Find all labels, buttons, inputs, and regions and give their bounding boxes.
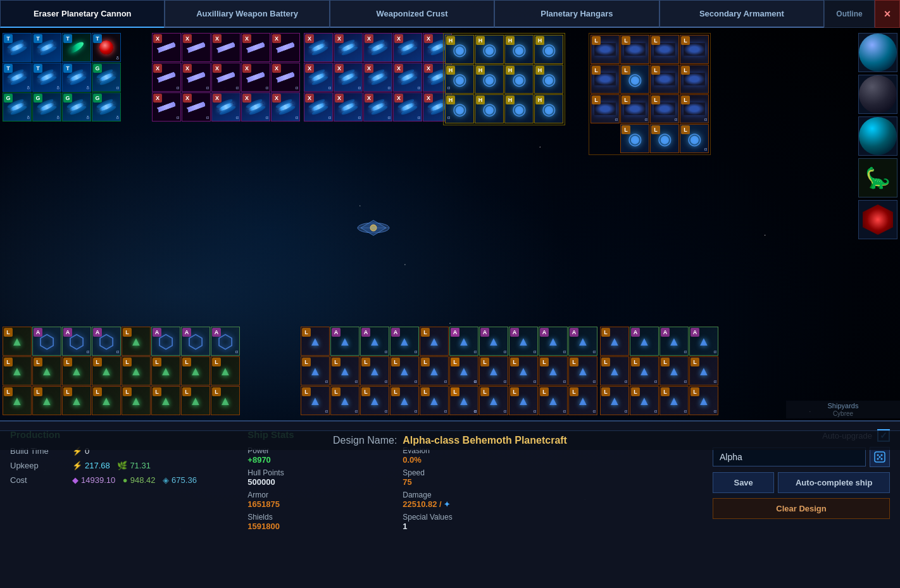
autocomplete-button[interactable]: Auto-complete ship	[778, 472, 890, 493]
slot-b2-l6[interactable]: L	[151, 356, 180, 385]
slot-b3-l6[interactable]: L	[151, 386, 180, 415]
slot-x16[interactable]: X	[304, 33, 333, 62]
slot-h12[interactable]: H	[534, 94, 563, 123]
slot-x10[interactable]: Xα	[271, 63, 300, 92]
close-button[interactable]: ×	[875, 0, 900, 28]
slot-x26[interactable]: Xα	[304, 92, 333, 122]
slot-x18[interactable]: X	[363, 33, 392, 62]
sidebar-icon-red-hex[interactable]	[858, 200, 897, 239]
slot-b3-l5[interactable]: L	[122, 386, 151, 415]
slot-l13[interactable]: L	[620, 124, 649, 153]
slot-b2-l7[interactable]: L	[181, 356, 210, 385]
slot-rb13[interactable]: Lα	[509, 386, 538, 415]
slot-rb14[interactable]: Lα	[539, 386, 568, 415]
slot-t1[interactable]: T	[3, 33, 32, 62]
slot-b3-l7[interactable]: L	[181, 386, 210, 415]
slot-x29[interactable]: Xα	[393, 92, 422, 122]
slot-x24[interactable]: Xα	[393, 63, 422, 92]
slot-h6[interactable]: H	[475, 65, 504, 94]
slot-h7[interactable]: H	[504, 65, 534, 94]
slot-rb8[interactable]: Lα	[509, 356, 538, 385]
slot-frb5[interactable]: Lα	[600, 356, 629, 385]
tab-hangars[interactable]: Planetary Hangars	[494, 0, 659, 28]
slot-l15[interactable]: Lα	[680, 124, 709, 153]
slot-h8[interactable]: H	[534, 65, 563, 94]
slot-rb10[interactable]: Lα	[568, 356, 597, 385]
slot-mb4[interactable]: Aα	[390, 327, 419, 356]
slot-h2[interactable]: H	[475, 35, 504, 64]
slot-mb9[interactable]: Lα	[360, 356, 389, 385]
slot-frb1[interactable]: L	[600, 327, 629, 356]
tab-weaponized[interactable]: Weaponized Crust	[330, 0, 494, 28]
slot-mb2[interactable]: A	[330, 327, 359, 356]
slot-b3-l8[interactable]: L	[211, 386, 240, 415]
slot-mb3[interactable]: Aα	[360, 327, 389, 356]
slot-rb2[interactable]: Aα	[479, 327, 508, 356]
slot-b3-l4[interactable]: L	[92, 386, 121, 415]
slot-l3[interactable]: L	[650, 35, 679, 64]
slot-x13[interactable]: Xα	[211, 92, 241, 122]
slot-x2[interactable]: X	[182, 33, 211, 62]
slot-x21[interactable]: Xα	[304, 63, 333, 92]
slot-frb10[interactable]: Lα	[630, 386, 659, 415]
slot-bottom-a1[interactable]: A	[32, 327, 61, 356]
slot-l8[interactable]: L	[680, 65, 709, 94]
slot-mb11[interactable]: Lα	[420, 356, 449, 385]
slot-g4[interactable]: G δ	[62, 92, 91, 122]
slot-bottom-a2[interactable]: Aα	[62, 327, 91, 356]
slot-mb1[interactable]: L	[301, 327, 330, 356]
slot-b2-l2[interactable]: L	[32, 356, 61, 385]
slot-g2[interactable]: G δ	[3, 92, 32, 122]
slot-frb7[interactable]: Lα	[659, 356, 689, 385]
slot-mb14[interactable]: Lα	[330, 386, 359, 415]
slot-l6[interactable]: L	[620, 65, 649, 94]
slot-l1[interactable]: L	[591, 35, 620, 64]
slot-h11[interactable]: H	[504, 94, 534, 123]
slot-h3[interactable]: H	[504, 35, 534, 64]
slot-x28[interactable]: Xα	[363, 92, 392, 122]
slot-x3[interactable]: X	[211, 33, 241, 62]
sidebar-icon-dino[interactable]: 🦕	[858, 158, 897, 197]
slot-rb11[interactable]: Lα	[449, 386, 478, 415]
slot-x17[interactable]: X	[334, 33, 363, 62]
slot-mb13[interactable]: Lα	[301, 386, 330, 415]
slot-l2[interactable]: L	[620, 35, 649, 64]
tab-auxiliary[interactable]: Auxilliary Weapon Battery	[165, 0, 329, 28]
slot-t5[interactable]: T δ	[3, 63, 32, 92]
slot-h4[interactable]: H	[534, 35, 563, 64]
slot-b2-l1[interactable]: L	[3, 356, 32, 385]
slot-rb9[interactable]: Lα	[539, 356, 568, 385]
slot-g1[interactable]: G α	[92, 63, 121, 92]
slot-l12[interactable]: Lα	[680, 94, 709, 123]
sidebar-icon-dark-orb[interactable]	[858, 75, 897, 114]
slot-b3-l2[interactable]: L	[32, 386, 61, 415]
slot-bottom-l1[interactable]: L	[3, 327, 32, 356]
slot-x4[interactable]: X	[241, 33, 270, 62]
slot-frb9[interactable]: Lα	[600, 386, 629, 415]
slot-bottom-l2[interactable]: L	[122, 327, 151, 356]
slot-bottom-a4[interactable]: A	[151, 327, 180, 356]
slot-l5[interactable]: L	[591, 65, 620, 94]
slot-frb12[interactable]: Lα	[689, 386, 718, 415]
slot-x11[interactable]: Xα	[152, 92, 181, 122]
slot-h1[interactable]: H	[445, 35, 474, 64]
slot-t7[interactable]: T δ	[62, 63, 91, 92]
slot-x14[interactable]: Xα	[241, 92, 270, 122]
slot-frb11[interactable]: Lα	[659, 386, 689, 415]
slot-x1[interactable]: X	[152, 33, 181, 62]
slot-rb3[interactable]: Aα	[509, 327, 538, 356]
slot-l14[interactable]: L	[650, 124, 679, 153]
sidebar-icon-teal-orb[interactable]	[858, 116, 897, 156]
slot-l4[interactable]: L	[680, 35, 709, 64]
slot-mb7[interactable]: Lα	[301, 356, 330, 385]
sidebar-icon-blue-orb[interactable]	[858, 33, 897, 72]
slot-x15[interactable]: Xα	[271, 92, 300, 122]
tab-eraser[interactable]: Eraser Planetary Cannon	[0, 0, 165, 28]
slot-bottom-a6[interactable]: Aα	[211, 327, 240, 356]
slot-b3-l1[interactable]: L	[3, 386, 32, 415]
tab-secondary[interactable]: Secondary Armament	[659, 0, 824, 28]
slot-frb8[interactable]: Lα	[689, 356, 718, 385]
slot-x5[interactable]: X	[271, 33, 300, 62]
slot-l10[interactable]: Lα	[620, 94, 649, 123]
slot-t2[interactable]: T	[32, 33, 61, 62]
